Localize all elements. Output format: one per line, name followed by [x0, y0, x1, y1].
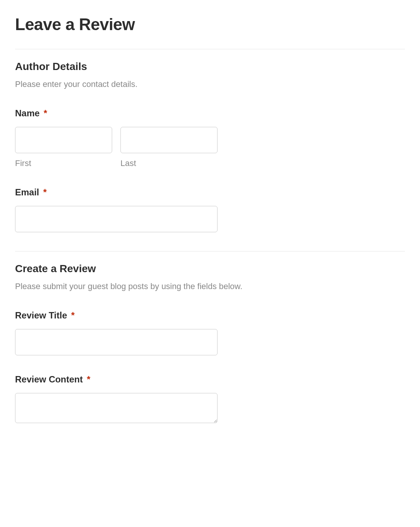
name-label: Name *	[15, 108, 405, 119]
first-name-column: First	[15, 127, 112, 168]
review-content-input[interactable]	[15, 393, 218, 423]
review-title-input[interactable]	[15, 329, 218, 355]
email-label: Email *	[15, 187, 405, 198]
author-details-description: Please enter your contact details.	[15, 79, 405, 89]
author-details-section: Author Details Please enter your contact…	[15, 49, 405, 251]
required-indicator: *	[44, 108, 47, 118]
create-review-heading: Create a Review	[15, 263, 405, 275]
name-input-row: First Last	[15, 127, 405, 168]
review-content-label: Review Content *	[15, 374, 405, 385]
review-title-label: Review Title *	[15, 310, 405, 321]
name-field-group: Name * First Last	[15, 108, 405, 168]
author-details-heading: Author Details	[15, 61, 405, 73]
required-indicator: *	[71, 310, 75, 320]
first-name-input[interactable]	[15, 127, 112, 153]
required-indicator: *	[87, 374, 90, 384]
page-title: Leave a Review	[15, 15, 405, 34]
create-review-description: Please submit your guest blog posts by u…	[15, 282, 405, 291]
last-name-column: Last	[120, 127, 218, 168]
first-name-sublabel: First	[15, 158, 112, 168]
email-input[interactable]	[15, 206, 218, 232]
name-label-text: Name	[15, 108, 40, 118]
email-field-group: Email *	[15, 187, 405, 232]
review-content-field-group: Review Content *	[15, 374, 405, 425]
review-title-label-text: Review Title	[15, 310, 67, 320]
last-name-sublabel: Last	[120, 158, 218, 168]
last-name-input[interactable]	[120, 127, 218, 153]
required-indicator: *	[43, 187, 47, 197]
review-title-field-group: Review Title *	[15, 310, 405, 355]
create-review-section: Create a Review Please submit your guest…	[15, 251, 405, 440]
email-label-text: Email	[15, 187, 39, 197]
review-content-label-text: Review Content	[15, 374, 83, 384]
